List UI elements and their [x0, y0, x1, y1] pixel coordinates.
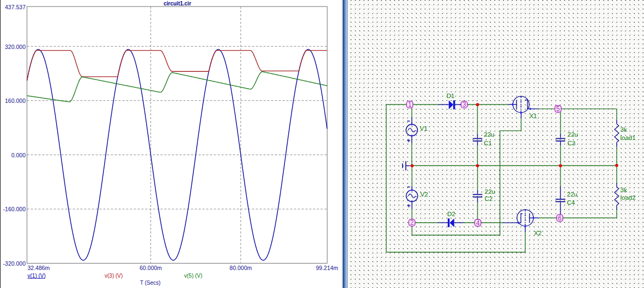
svg-text:99.214m: 99.214m: [316, 265, 338, 271]
svg-text:load1: load1: [621, 134, 636, 141]
svg-text:0.000: 0.000: [11, 152, 26, 158]
svg-text:32.486m: 32.486m: [28, 265, 50, 271]
svg-text:22u: 22u: [484, 131, 494, 138]
svg-text:V2: V2: [421, 191, 428, 198]
svg-text:v(1) (V): v(1) (V): [28, 273, 46, 279]
svg-text:v(5) (V): v(5) (V): [184, 273, 202, 279]
svg-text:D2: D2: [447, 211, 455, 217]
svg-text:D1: D1: [447, 93, 455, 99]
svg-text:C4: C4: [567, 199, 575, 206]
svg-text:circuit1.cir: circuit1.cir: [163, 1, 191, 7]
svg-text:4: 4: [476, 219, 480, 227]
svg-text:-320.000: -320.000: [3, 260, 26, 267]
svg-text:1: 1: [408, 101, 412, 108]
svg-text:3k: 3k: [621, 126, 627, 133]
svg-text:-160.000: -160.000: [3, 206, 26, 212]
svg-text:X1: X1: [530, 113, 537, 119]
svg-text:V1: V1: [420, 125, 428, 132]
svg-text:C2: C2: [485, 195, 493, 202]
svg-text:60.000m: 60.000m: [139, 265, 162, 271]
svg-text:C3: C3: [568, 140, 576, 146]
svg-text:22u: 22u: [568, 131, 578, 138]
svg-text:T (Secs): T (Secs): [140, 280, 161, 286]
svg-text:6: 6: [558, 215, 562, 222]
svg-text:5: 5: [556, 105, 560, 113]
svg-text:437.537: 437.537: [5, 4, 26, 10]
svg-text:X2: X2: [534, 230, 542, 236]
svg-text:80.000m: 80.000m: [229, 265, 252, 271]
svg-text:load2: load2: [621, 194, 636, 201]
svg-text:160.000: 160.000: [5, 97, 26, 104]
svg-text:22u: 22u: [567, 191, 578, 198]
svg-text:C1: C1: [484, 140, 492, 146]
svg-text:3k: 3k: [621, 187, 627, 193]
svg-text:320.000: 320.000: [5, 44, 26, 50]
svg-text:2: 2: [410, 219, 414, 226]
svg-text:22u: 22u: [485, 188, 495, 195]
svg-text:v(3) (V): v(3) (V): [105, 273, 123, 279]
svg-text:3: 3: [463, 101, 466, 108]
